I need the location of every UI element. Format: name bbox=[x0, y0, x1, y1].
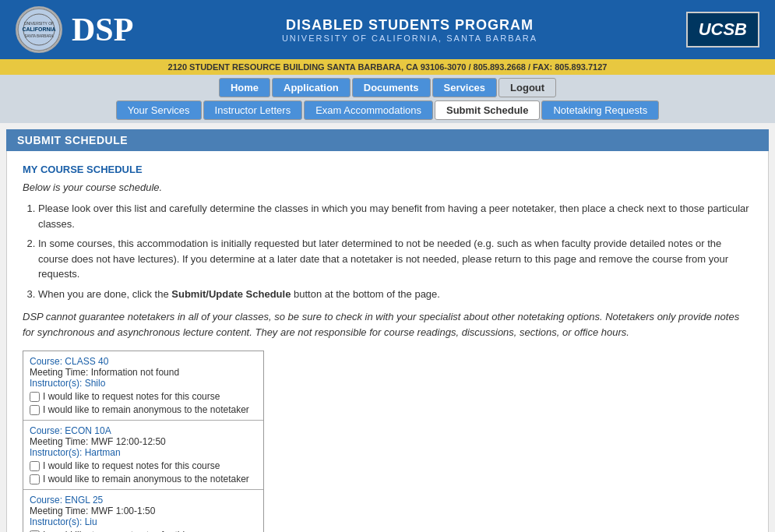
nav-exam-accommodations[interactable]: Exam Accommodations bbox=[304, 100, 433, 120]
course-2-meeting: Meeting Time: MWF 12:00-12:50 bbox=[30, 436, 257, 447]
nav-logout[interactable]: Logout bbox=[498, 78, 556, 97]
university-name: UNIVERSITY OF CALIFORNIA, SANTA BARBARA bbox=[282, 33, 537, 43]
note-text: DSP cannot guarantee notetakers in all o… bbox=[23, 309, 752, 340]
course-2-anonymous-checkbox[interactable] bbox=[30, 474, 40, 484]
header: UNIVERSITY OF CALIFORNIA SANTA BARBARA D… bbox=[0, 0, 775, 59]
course-1-name: Course: CLASS 40 bbox=[30, 356, 257, 367]
course-1-request-checkbox-row: I would like to request notes for this c… bbox=[30, 391, 257, 402]
course-2-request-label: I would like to request notes for this c… bbox=[43, 460, 220, 471]
course-1-anonymous-checkbox-row: I would like to remain anonymous to the … bbox=[30, 404, 257, 415]
ucsb-logo: UCSB bbox=[686, 12, 759, 48]
page-header-bar: SUBMIT SCHEDULE bbox=[6, 129, 769, 151]
course-2-name: Course: ECON 10A bbox=[30, 425, 257, 436]
course-1-request-label: I would like to request notes for this c… bbox=[43, 391, 220, 402]
course-row-2: Course: ECON 10A Meeting Time: MWF 12:00… bbox=[23, 421, 263, 490]
main-content: MY COURSE SCHEDULE Below is your course … bbox=[6, 151, 769, 532]
nav-instructor-letters[interactable]: Instructor Letters bbox=[203, 100, 303, 120]
course-3-name: Course: ENGL 25 bbox=[30, 495, 257, 506]
course-2-request-checkbox[interactable] bbox=[30, 461, 40, 471]
instruction-1: Please look over this list and carefully… bbox=[38, 201, 752, 231]
secondary-nav: Your Services Instructor Letters Exam Ac… bbox=[0, 100, 775, 123]
nav-notetaking-requests[interactable]: Notetaking Requests bbox=[541, 100, 659, 120]
header-center: DISABLED STUDENTS PROGRAM UNIVERSITY OF … bbox=[133, 17, 685, 43]
course-2-request-checkbox-row: I would like to request notes for this c… bbox=[30, 460, 257, 471]
svg-text:UNIVERSITY OF: UNIVERSITY OF bbox=[24, 21, 54, 26]
nav-home[interactable]: Home bbox=[219, 78, 270, 97]
uc-seal: UNIVERSITY OF CALIFORNIA SANTA BARBARA bbox=[16, 6, 62, 53]
course-1-anonymous-label: I would like to remain anonymous to the … bbox=[43, 404, 249, 415]
dsp-subtitle: DISABLED STUDENTS PROGRAM UNIVERSITY OF … bbox=[282, 17, 537, 43]
nav-documents[interactable]: Documents bbox=[352, 78, 431, 97]
nav-services[interactable]: Services bbox=[432, 78, 498, 97]
course-1-request-checkbox[interactable] bbox=[30, 392, 40, 402]
instructions-list: Please look over this list and carefully… bbox=[38, 201, 752, 301]
course-row-1: Course: CLASS 40 Meeting Time: Informati… bbox=[23, 351, 263, 421]
svg-text:CALIFORNIA: CALIFORNIA bbox=[22, 26, 55, 32]
instruction-2: In some courses, this accommodation is i… bbox=[38, 236, 752, 282]
course-3-meeting: Meeting Time: MWF 1:00-1:50 bbox=[30, 506, 257, 516]
primary-nav: Home Application Documents Services Logo… bbox=[0, 75, 775, 100]
course-2-instructor: Instructor(s): Hartman bbox=[30, 447, 257, 458]
course-1-meeting: Meeting Time: Information not found bbox=[30, 367, 257, 378]
nav-application[interactable]: Application bbox=[272, 78, 351, 97]
course-2-anonymous-checkbox-row: I would like to remain anonymous to the … bbox=[30, 474, 257, 484]
svg-text:SANTA BARBARA: SANTA BARBARA bbox=[24, 34, 53, 38]
program-title: DISABLED STUDENTS PROGRAM bbox=[282, 17, 537, 33]
instruction-3: When you are done, click the Submit/Upda… bbox=[38, 287, 752, 302]
course-row-3: Course: ENGL 25 Meeting Time: MWF 1:00-1… bbox=[23, 490, 263, 532]
course-1-anonymous-checkbox[interactable] bbox=[30, 405, 40, 415]
nav-your-services[interactable]: Your Services bbox=[116, 100, 202, 120]
section-title: MY COURSE SCHEDULE bbox=[23, 164, 752, 175]
logo-left: UNIVERSITY OF CALIFORNIA SANTA BARBARA D… bbox=[16, 6, 133, 53]
course-table: Course: CLASS 40 Meeting Time: Informati… bbox=[23, 351, 264, 532]
nav-submit-schedule[interactable]: Submit Schedule bbox=[435, 100, 540, 120]
dsp-logo-text: DSP bbox=[72, 13, 133, 46]
intro-text: Below is your course schedule. bbox=[23, 181, 752, 193]
course-2-anonymous-label: I would like to remain anonymous to the … bbox=[43, 474, 249, 484]
course-3-instructor: Instructor(s): Liu bbox=[30, 516, 257, 527]
course-1-instructor: Instructor(s): Shilo bbox=[30, 378, 257, 389]
address-bar: 2120 STUDENT RESOURCE BUILDING SANTA BAR… bbox=[0, 59, 775, 75]
